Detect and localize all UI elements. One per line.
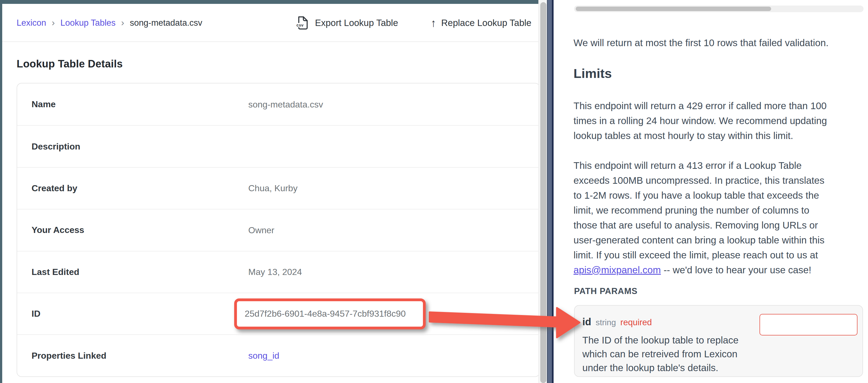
paragraph-line: limit. If you still exceed the limit, pl…	[574, 248, 867, 263]
header-bar: Lexicon › Lookup Tables › song-metadata.…	[2, 4, 538, 42]
intro-text: We will return at most the first 10 rows…	[574, 35, 867, 50]
table-row-your-access: Your Access Owner	[17, 209, 538, 251]
id-param-input[interactable]	[760, 314, 858, 336]
export-button-label: Export Lookup Table	[315, 18, 398, 28]
svg-text:csv: csv	[297, 23, 304, 27]
paragraph-line: times in a rolling 24 hour window. We re…	[574, 113, 867, 128]
horizontal-scrollbar-track	[574, 5, 864, 12]
csv-file-icon: csv	[296, 16, 309, 30]
param-description: The ID of the lookup table to replace wh…	[582, 333, 739, 375]
row-value: song-metadata.csv	[248, 99, 323, 109]
paragraph-line: This endpoint will return a 413 error if…	[574, 158, 867, 173]
paragraph-line: limit, we recommend pruning the number o…	[574, 203, 867, 218]
screenshot-root: Lexicon › Lookup Tables › song-metadata.…	[0, 0, 868, 383]
top-chrome-band	[0, 0, 538, 4]
breadcrumb-current: song-metadata.csv	[130, 18, 202, 28]
row-label: Last Edited	[17, 267, 79, 277]
api-docs-panel: We will return at most the first 10 rows…	[554, 0, 868, 383]
param-required-badge: required	[620, 317, 652, 327]
page-title: Lookup Table Details	[17, 58, 123, 70]
breadcrumb: Lexicon › Lookup Tables › song-metadata.…	[17, 4, 202, 42]
row-label: Your Access	[17, 225, 84, 235]
lookup-table-details-panel: Lexicon › Lookup Tables › song-metadata.…	[2, 4, 538, 383]
param-header: id string required	[582, 316, 652, 328]
path-params-heading: PATH PARAMS	[574, 286, 638, 296]
path-param-card: id string required The ID of the lookup …	[574, 305, 863, 377]
param-description-line: The ID of the lookup table to replace	[582, 333, 739, 347]
upload-arrow-icon: ↑	[431, 18, 436, 29]
horizontal-scrollbar-thumb[interactable]	[576, 7, 771, 11]
param-description-line: which can be retreived from Lexicon	[582, 347, 739, 361]
table-row-name: Name song-metadata.csv	[17, 83, 538, 125]
chevron-right-icon: ›	[121, 18, 124, 28]
left-chrome-strip	[0, 0, 2, 383]
row-value: Owner	[248, 225, 274, 235]
paragraph-line: user-generated content can bring a looku…	[574, 233, 867, 248]
limits-heading: Limits	[574, 66, 612, 81]
window-divider	[547, 0, 554, 383]
breadcrumb-link-lookup-tables[interactable]: Lookup Tables	[60, 18, 116, 28]
param-description-line: under the lookup table's details.	[582, 361, 739, 375]
row-label: ID	[17, 309, 40, 319]
table-row-created-by: Created by Chua, Kurby	[17, 167, 538, 209]
limits-paragraph-413: This endpoint will return a 413 error if…	[574, 158, 867, 277]
limits-paragraph-429: This endpoint will return a 429 error if…	[574, 98, 867, 143]
vertical-scrollbar[interactable]	[540, 2, 547, 383]
paragraph-line: to 1-2M rows. If you have a lookup table…	[574, 188, 867, 203]
paragraph-line: This endpoint will return a 429 error if…	[574, 98, 867, 113]
paragraph-line: those that are useful to analysis. Remov…	[574, 218, 867, 233]
panel-gutter	[538, 0, 547, 383]
mixpanel-email-link[interactable]: apis@mixpanel.com	[574, 265, 661, 275]
param-type: string	[596, 318, 616, 327]
row-value: May 13, 2024	[248, 267, 302, 277]
table-row-properties-linked: Properties Linked song_id	[17, 334, 538, 376]
paragraph-line: exceeds 100MB uncompressed. In practice,…	[574, 173, 867, 188]
paragraph-tail: -- we'd love to hear your use case!	[661, 265, 811, 275]
table-row-last-edited: Last Edited May 13, 2024	[17, 251, 538, 293]
replace-button-label: Replace Lookup Table	[441, 18, 531, 28]
param-name: id	[582, 316, 591, 328]
id-highlight-box: 25d7f2b6-6901-4e8a-9457-7cbf931f8c90	[234, 299, 426, 329]
row-label: Name	[17, 99, 56, 109]
paragraph-line: apis@mixpanel.com -- we'd love to hear y…	[574, 263, 867, 277]
table-row-description: Description	[17, 125, 538, 167]
table-row-id: ID 25d7f2b6-6901-4e8a-9457-7cbf931f8c90	[17, 293, 538, 334]
row-label: Description	[17, 141, 80, 152]
chevron-right-icon: ›	[52, 18, 55, 28]
export-lookup-table-button[interactable]: csv Export Lookup Table	[296, 4, 398, 42]
paragraph-line: lookup tables at most hourly to stay wit…	[574, 128, 867, 143]
details-card: Name song-metadata.csv Description Creat…	[17, 83, 538, 377]
row-value: Chua, Kurby	[248, 183, 298, 194]
row-label: Created by	[17, 183, 77, 194]
breadcrumb-link-lexicon[interactable]: Lexicon	[17, 18, 46, 28]
replace-lookup-table-button[interactable]: ↑ Replace Lookup Table	[431, 4, 531, 42]
lookup-table-id-value: 25d7f2b6-6901-4e8a-9457-7cbf931f8c90	[237, 309, 406, 319]
properties-linked-link[interactable]: song_id	[248, 351, 279, 361]
row-label: Properties Linked	[17, 351, 106, 361]
